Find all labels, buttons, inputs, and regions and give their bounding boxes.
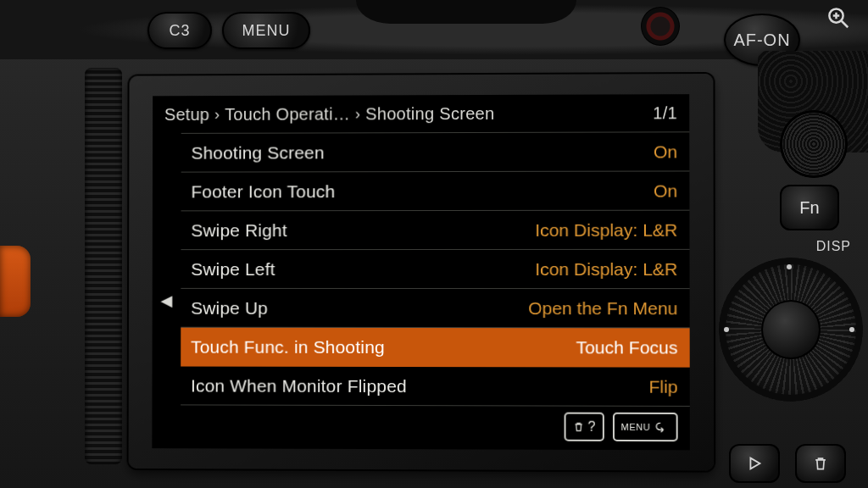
magnify-icon bbox=[826, 5, 851, 30]
breadcrumb-root[interactable]: Setup bbox=[164, 105, 209, 125]
screen-release-latch[interactable] bbox=[0, 246, 31, 317]
help-button[interactable]: ? bbox=[564, 413, 604, 441]
menu-item-swipe-up[interactable]: Swipe Up Open the Fn Menu bbox=[181, 289, 689, 328]
menu-item-value: On bbox=[654, 141, 677, 162]
af-on-label: AF-ON bbox=[733, 30, 790, 50]
menu-item-value: Icon Display: L&R bbox=[535, 219, 677, 240]
wheel-right-dot-icon bbox=[849, 327, 854, 332]
lcd-hinge bbox=[85, 68, 122, 464]
menu-item-swipe-right[interactable]: Swipe Right Icon Display: L&R bbox=[181, 211, 689, 250]
menu-item-label: Icon When Monitor Flipped bbox=[191, 375, 407, 396]
multi-selector-joystick[interactable] bbox=[780, 110, 848, 178]
menu-item-value: Icon Display: L&R bbox=[535, 258, 677, 279]
menu-item-label: Footer Icon Touch bbox=[191, 181, 335, 202]
svg-line-1 bbox=[842, 21, 849, 28]
back-arrow-icon bbox=[654, 420, 669, 434]
playback-button[interactable] bbox=[729, 444, 780, 483]
page-indicator: 1/1 bbox=[653, 103, 677, 123]
chevron-right-icon: › bbox=[214, 105, 220, 123]
fn-button[interactable]: Fn bbox=[780, 185, 839, 230]
menu-item-label: Swipe Left bbox=[191, 259, 275, 280]
menu-item-value: Touch Focus bbox=[576, 337, 677, 358]
c3-label: C3 bbox=[169, 22, 190, 40]
record-button[interactable] bbox=[641, 7, 680, 46]
back-button[interactable]: MENU bbox=[613, 413, 678, 441]
menu-item-footer-icon-touch[interactable]: Footer Icon Touch On bbox=[181, 171, 690, 211]
menu-item-shooting-screen[interactable]: Shooting Screen On bbox=[181, 132, 690, 172]
wheel-left-dot-icon bbox=[724, 327, 729, 332]
trash-icon bbox=[572, 420, 584, 434]
menu-item-icon-when-monitor-flipped[interactable]: Icon When Monitor Flipped Flip bbox=[181, 367, 690, 407]
lcd-bezel: Setup › Touch Operati… › Shooting Screen… bbox=[129, 74, 715, 471]
chevron-right-icon: › bbox=[355, 105, 360, 123]
fn-button-label: Fn bbox=[799, 198, 819, 218]
breadcrumb-leaf: Shooting Screen bbox=[365, 103, 494, 123]
menu-item-swipe-left[interactable]: Swipe Left Icon Display: L&R bbox=[181, 250, 689, 289]
lcd-screen[interactable]: Setup › Touch Operati… › Shooting Screen… bbox=[152, 94, 690, 450]
menu-list: Shooting Screen On Footer Icon Touch On … bbox=[181, 131, 690, 407]
control-wheel-center-button[interactable] bbox=[761, 300, 821, 359]
footer-hints: ? MENU bbox=[564, 413, 677, 442]
menu-button-label: MENU bbox=[242, 22, 291, 40]
svg-marker-4 bbox=[750, 458, 760, 469]
disp-label: DISP bbox=[816, 239, 851, 254]
menu-item-label: Swipe Right bbox=[191, 220, 287, 241]
menu-item-value: Open the Fn Menu bbox=[528, 298, 677, 319]
menu-button[interactable]: MENU bbox=[222, 12, 310, 49]
back-menu-label: MENU bbox=[621, 422, 651, 432]
scroll-left-caret-icon[interactable]: ◀ bbox=[161, 291, 173, 310]
help-label: ? bbox=[587, 419, 595, 435]
wheel-up-dot-icon bbox=[787, 264, 792, 269]
menu-item-label: Swipe Up bbox=[191, 297, 268, 318]
menu-item-touch-func-in-shooting[interactable]: Touch Func. in Shooting Touch Focus bbox=[181, 328, 690, 368]
menu-item-label: Shooting Screen bbox=[192, 142, 325, 163]
breadcrumb-mid[interactable]: Touch Operati… bbox=[225, 104, 350, 124]
menu-item-value: Flip bbox=[648, 376, 677, 396]
viewfinder-eyecup bbox=[356, 0, 576, 24]
menu-item-label: Touch Func. in Shooting bbox=[191, 336, 385, 357]
c3-button[interactable]: C3 bbox=[147, 12, 212, 49]
menu-item-value: On bbox=[654, 180, 677, 201]
delete-button[interactable] bbox=[795, 444, 846, 483]
breadcrumb: Setup › Touch Operati… › Shooting Screen… bbox=[153, 94, 689, 133]
